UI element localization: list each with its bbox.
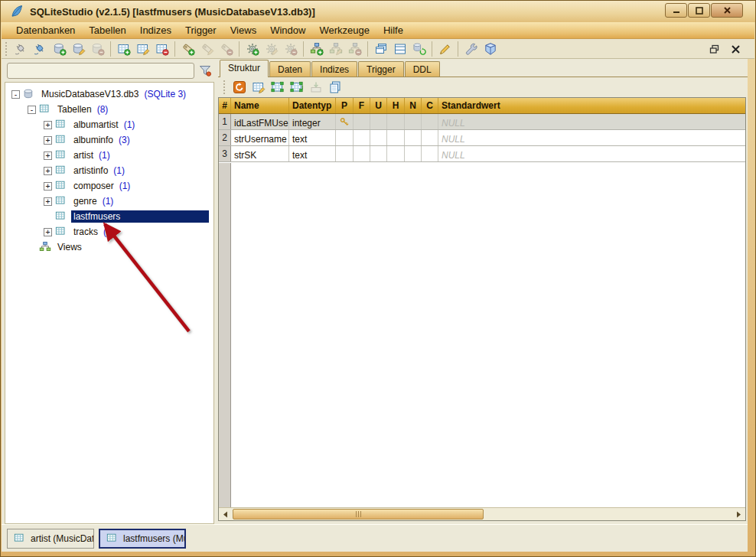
column-header-name[interactable]: Name (231, 98, 289, 113)
close-button[interactable] (711, 3, 743, 18)
remove-trigger-button[interactable] (281, 40, 300, 58)
tree-item-albumartist[interactable]: +albumartist(1) (5, 117, 213, 132)
tab-daten[interactable]: Daten (269, 61, 311, 77)
column-header-c[interactable]: C (422, 98, 438, 113)
table-row[interactable]: 3strSKtextNULL (219, 146, 745, 162)
database-sidebar: -MusicDatabaseV13.db3(SQLite 3)-Tabellen… (4, 59, 215, 524)
column-header-standardwert[interactable]: Standardwert (438, 98, 745, 113)
add-index-button[interactable] (178, 40, 197, 58)
menu-window[interactable]: Window (263, 23, 312, 37)
cascade-icon (374, 42, 388, 56)
tree-item-views[interactable]: Views (5, 239, 213, 255)
add-column-button[interactable] (268, 78, 287, 96)
edit-index-button[interactable] (197, 40, 217, 58)
menu-indizes[interactable]: Indizes (133, 23, 178, 37)
remove-table-button[interactable] (152, 40, 171, 58)
expand-plus-icon[interactable]: + (44, 167, 52, 175)
scroll-left-arrow-icon[interactable] (219, 508, 232, 520)
cube-button-button[interactable] (481, 40, 500, 58)
column-header-datentyp[interactable]: Datentyp (289, 98, 336, 113)
view-add-icon (310, 42, 324, 56)
mdi-restore-button[interactable] (705, 41, 722, 57)
collapse-minus-icon[interactable]: - (28, 106, 36, 114)
tree-item-genre[interactable]: +genre(1) (5, 194, 213, 209)
tile-windows-button[interactable] (390, 40, 409, 58)
column-header-h[interactable]: H (387, 98, 405, 113)
commit-structure-changes-button[interactable] (306, 78, 325, 96)
funnel-filter-icon[interactable] (197, 62, 213, 79)
cell-u (370, 114, 387, 129)
add-table-button[interactable] (114, 40, 133, 58)
taskbar-button-label: artist (MusicDat (31, 533, 94, 544)
add-view-button[interactable] (307, 40, 326, 58)
menu-tabellen[interactable]: Tabellen (82, 23, 132, 37)
table-row[interactable]: 1idLastFMUserintegerNULL (219, 114, 745, 130)
tree-item-tracks[interactable]: +tracks(7) (5, 224, 213, 239)
remove-database-button[interactable] (88, 40, 107, 58)
cascade-windows-button[interactable] (371, 40, 390, 58)
tab-trigger[interactable]: Trigger (358, 61, 404, 77)
column-header-p[interactable]: P (336, 98, 354, 113)
column-header-u[interactable]: U (370, 98, 387, 113)
tree-item-artistinfo[interactable]: +artistinfo(1) (5, 163, 213, 178)
expand-plus-icon[interactable]: + (44, 136, 52, 145)
toolbar-separator (174, 41, 175, 57)
collapse-minus-icon[interactable]: - (11, 90, 20, 99)
edit-table-button[interactable] (133, 40, 152, 58)
tree-item-tabellen[interactable]: -Tabellen(8) (5, 102, 213, 117)
mdi-close-button[interactable] (727, 41, 744, 57)
refresh-structure-button[interactable] (230, 78, 249, 96)
menu-hilfe[interactable]: Hilfe (376, 23, 410, 37)
add-database-button[interactable] (50, 40, 69, 58)
tree-filter-input[interactable] (7, 63, 194, 79)
edit-table-structure-button[interactable] (249, 78, 268, 96)
insert-column-button[interactable] (287, 78, 306, 96)
menu-werkzeuge[interactable]: Werkzeuge (312, 23, 376, 37)
column-header-n[interactable]: N (405, 98, 422, 113)
scroll-right-arrow-icon[interactable] (732, 508, 745, 520)
copy-button[interactable] (325, 78, 344, 96)
scrollbar-thumb[interactable] (233, 509, 484, 520)
edit-trigger-button[interactable] (262, 40, 281, 58)
horizontal-scrollbar[interactable] (219, 507, 745, 520)
tab-struktur[interactable]: Struktur (220, 60, 269, 77)
menu-views[interactable]: Views (223, 23, 263, 37)
table-row[interactable]: 2strUsernametextNULL (219, 130, 745, 146)
app-window: SQLiteStudio (v2.1.5) [lastfmusers (Musi… (0, 0, 756, 557)
tree-item-composer[interactable]: +composer(1) (5, 178, 213, 194)
menu-trigger[interactable]: Trigger (178, 23, 223, 37)
taskbar-button-lastfmusers[interactable]: lastfmusers (Mus (99, 529, 186, 549)
column-header-num[interactable]: # (219, 98, 231, 113)
remove-view-button[interactable] (345, 40, 364, 58)
tree-item-lastfmusers[interactable]: lastfmusers (5, 209, 213, 224)
connect-database-button[interactable] (11, 40, 31, 58)
refresh-schema-button[interactable] (409, 40, 429, 58)
remove-index-button[interactable] (217, 40, 236, 58)
taskbar-button-artist[interactable]: artist (MusicDat (7, 529, 94, 549)
maximize-button[interactable] (688, 3, 710, 18)
wrench-button-button[interactable] (461, 40, 481, 58)
expand-plus-icon[interactable]: + (44, 121, 52, 129)
tree-item-musicdatabasev13.db3[interactable]: -MusicDatabaseV13.db3(SQLite 3) (5, 86, 213, 102)
tree-item-count: (1) (99, 150, 110, 161)
toolbar-separator (367, 41, 368, 57)
cell-u (370, 146, 387, 161)
expand-plus-icon[interactable]: + (44, 182, 52, 191)
edit-view-button[interactable] (326, 40, 345, 58)
open-sql-editor-button[interactable] (435, 40, 455, 58)
expand-plus-icon[interactable]: + (44, 197, 52, 206)
expand-plus-icon[interactable]: + (44, 151, 52, 160)
plug-blue-icon (34, 42, 47, 56)
column-header-f[interactable]: F (354, 98, 370, 113)
minimize-button[interactable] (665, 3, 687, 18)
expand-plus-icon[interactable]: + (44, 228, 52, 236)
tree-item-artist[interactable]: +artist(1) (5, 148, 213, 163)
cell-c (422, 146, 438, 161)
disconnect-database-button[interactable] (31, 40, 50, 58)
menu-datenbanken[interactable]: Datenbanken (9, 23, 82, 37)
tab-indizes[interactable]: Indizes (311, 61, 357, 77)
tab-ddl[interactable]: DDL (405, 61, 440, 77)
edit-database-button[interactable] (69, 40, 88, 58)
add-trigger-button[interactable] (243, 40, 262, 58)
tree-item-albuminfo[interactable]: +albuminfo(3) (5, 132, 213, 148)
